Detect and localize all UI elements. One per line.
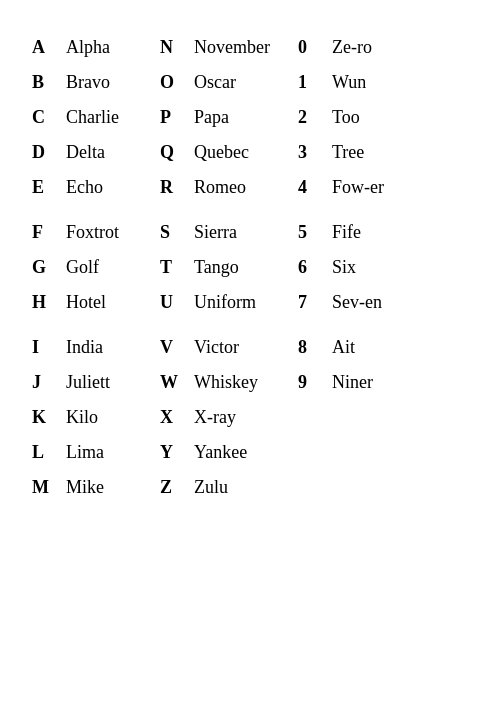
letter-key: L: [30, 435, 60, 470]
letter-value: Charlie: [64, 100, 154, 135]
number-key: 3: [296, 135, 326, 170]
letter-value: Kilo: [64, 400, 154, 435]
number-value: Wun: [330, 65, 410, 100]
phonetic-alphabet-table: AAlphaNNovember0Ze-roBBravoOOscar1WunCCh…: [30, 30, 470, 505]
letter-value: Uniform: [192, 285, 292, 320]
letter-key: F: [30, 215, 60, 250]
letter-value: Victor: [192, 330, 292, 365]
letter-key: Y: [158, 435, 188, 470]
number-key: 6: [296, 250, 326, 285]
number-key: 1: [296, 65, 326, 100]
letter-key: C: [30, 100, 60, 135]
spacer-row: [30, 205, 410, 215]
letter-value: Foxtrot: [64, 215, 154, 250]
letter-value: Zulu: [192, 470, 292, 505]
letter-value: Golf: [64, 250, 154, 285]
number-key: 7: [296, 285, 326, 320]
number-value: Niner: [330, 365, 410, 400]
number-value: Sev-en: [330, 285, 410, 320]
letter-value: Yankee: [192, 435, 292, 470]
letter-key: H: [30, 285, 60, 320]
letter-key: W: [158, 365, 188, 400]
number-value: Ait: [330, 330, 410, 365]
number-key: [296, 470, 326, 478]
number-value: Fow-er: [330, 170, 410, 205]
letter-key: X: [158, 400, 188, 435]
letter-key: G: [30, 250, 60, 285]
letter-key: S: [158, 215, 188, 250]
letter-key: E: [30, 170, 60, 205]
letter-value: Whiskey: [192, 365, 292, 400]
letter-value: Bravo: [64, 65, 154, 100]
letter-value: Echo: [64, 170, 154, 205]
letter-value: Oscar: [192, 65, 292, 100]
number-value: Fife: [330, 215, 410, 250]
letter-value: Quebec: [192, 135, 292, 170]
number-key: 8: [296, 330, 326, 365]
letter-value: Mike: [64, 470, 154, 505]
letter-value: India: [64, 330, 154, 365]
number-value: [330, 435, 410, 443]
letter-key: R: [158, 170, 188, 205]
letter-value: Delta: [64, 135, 154, 170]
number-key: 9: [296, 365, 326, 400]
letter-value: Juliett: [64, 365, 154, 400]
letter-value: X-ray: [192, 400, 292, 435]
letter-key: B: [30, 65, 60, 100]
letter-key: I: [30, 330, 60, 365]
letter-key: M: [30, 470, 60, 505]
letter-key: Q: [158, 135, 188, 170]
letter-key: D: [30, 135, 60, 170]
letter-key: V: [158, 330, 188, 365]
number-value: Tree: [330, 135, 410, 170]
number-key: 4: [296, 170, 326, 205]
letter-value: Alpha: [64, 30, 154, 65]
number-key: [296, 400, 326, 408]
number-value: Too: [330, 100, 410, 135]
letter-key: P: [158, 100, 188, 135]
letter-value: Lima: [64, 435, 154, 470]
letter-value: Sierra: [192, 215, 292, 250]
number-key: 5: [296, 215, 326, 250]
letter-key: O: [158, 65, 188, 100]
letter-value: Romeo: [192, 170, 292, 205]
letter-value: Hotel: [64, 285, 154, 320]
letter-value: Tango: [192, 250, 292, 285]
letter-key: J: [30, 365, 60, 400]
letter-key: A: [30, 30, 60, 65]
number-key: 0: [296, 30, 326, 65]
letter-key: U: [158, 285, 188, 320]
letter-key: T: [158, 250, 188, 285]
spacer-row: [30, 320, 410, 330]
number-key: [296, 435, 326, 443]
number-value: [330, 470, 410, 478]
letter-value: Papa: [192, 100, 292, 135]
number-value: [330, 400, 410, 408]
letter-key: N: [158, 30, 188, 65]
letter-key: Z: [158, 470, 188, 505]
number-value: Ze-ro: [330, 30, 410, 65]
letter-key: K: [30, 400, 60, 435]
number-key: 2: [296, 100, 326, 135]
letter-value: November: [192, 30, 292, 65]
number-value: Six: [330, 250, 410, 285]
